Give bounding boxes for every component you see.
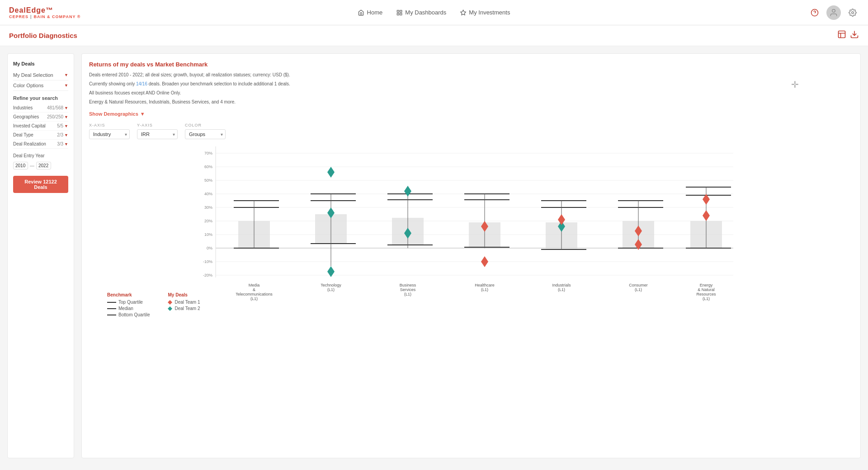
nav-dashboards[interactable]: My Dashboards (396, 9, 446, 16)
refine-title: Refine your search (13, 95, 68, 101)
filter-industries-label: Industries (13, 105, 33, 110)
deal-team-2-icon (168, 306, 172, 311)
logo-brand: CEPRES (9, 14, 28, 19)
svg-text:20%: 20% (204, 219, 212, 223)
my-deals-title: My Deals (13, 61, 68, 66)
y-axis-select[interactable]: IRR MOIC DPI (137, 129, 178, 139)
filter-industries[interactable]: Industries 481/568 ▼ (13, 103, 68, 113)
filter-deal-realization-label: Deal Realization (13, 141, 46, 146)
filter-invested-capital[interactable]: Invested Capital 5/5 ▼ (13, 122, 68, 131)
svg-marker-100 (168, 306, 172, 311)
dashboards-icon (396, 9, 402, 16)
svg-text:(L1): (L1) (481, 287, 488, 292)
logo-company: BAIN & COMPANY ® (34, 14, 81, 19)
svg-text:(L1): (L1) (404, 292, 411, 296)
svg-rect-1 (400, 10, 401, 12)
settings-button[interactable] (846, 6, 859, 19)
svg-text:Energy: Energy (700, 283, 713, 287)
download-icon (850, 30, 859, 39)
svg-rect-9 (839, 31, 845, 38)
logo-main: DealEdge™ (9, 6, 80, 14)
geographies-filter-icon: ▼ (64, 115, 68, 119)
deal-selection-row[interactable]: My Deal Selection ▼ (13, 70, 68, 80)
filter-deal-realization-value: 3/3 ▼ (57, 141, 68, 146)
deal-selection-label: My Deal Selection (13, 72, 53, 78)
legend-deal-team-2: Deal Team 2 (168, 306, 200, 311)
x-axis-select[interactable]: Industry Geography Deal Type (89, 129, 130, 139)
x-axis-select-wrapper: Industry Geography Deal Type (89, 129, 130, 139)
svg-point-8 (852, 11, 854, 14)
x-axis-label: X-AXIS (89, 123, 130, 127)
help-button[interactable] (808, 6, 821, 19)
year-separator: — (30, 163, 34, 168)
nav-home[interactable]: Home (358, 9, 383, 16)
show-demographics-button[interactable]: Show Demographics ▼ (89, 111, 145, 117)
legend-top-quartile: Top Quartile (107, 300, 150, 305)
home-icon (358, 9, 364, 16)
color-options-row[interactable]: Color Options ▼ (13, 80, 68, 91)
svg-text:(L1): (L1) (558, 287, 565, 292)
filter-industries-value: 481/568 ▼ (47, 105, 68, 110)
svg-text:60%: 60% (204, 164, 212, 169)
chart-info-4: Energy & Natural Resources, Industrials,… (89, 99, 853, 106)
header-nav: Home My Dashboards My Investments (358, 9, 510, 16)
svg-marker-42 (327, 167, 335, 178)
color-select-wrapper: Groups None (185, 129, 226, 139)
download-button[interactable] (850, 30, 859, 41)
color-group: Color Groups None (185, 123, 226, 139)
color-select[interactable]: Groups None (185, 129, 226, 139)
move-handle[interactable]: ✛ (791, 79, 799, 90)
star-icon (460, 9, 466, 16)
median-line (107, 308, 116, 309)
svg-text:Industrials: Industrials (552, 283, 571, 287)
axis-controls: X-AXIS Industry Geography Deal Type Y-AX… (89, 123, 853, 139)
filter-invested-capital-label: Invested Capital (13, 123, 46, 128)
svg-marker-99 (168, 300, 172, 305)
color-options-chevron: ▼ (64, 83, 68, 88)
page-title: Portfolio Diagnostics (9, 32, 77, 39)
entry-year-label: Deal Entry Year (13, 153, 68, 158)
year-to-select[interactable]: 202220212020 (36, 162, 51, 169)
svg-text:Telecommunications: Telecommunications (236, 292, 273, 296)
svg-text:10%: 10% (204, 232, 212, 237)
deal-team-1-icon (168, 300, 172, 305)
gear-icon (849, 9, 857, 17)
svg-text:Resources: Resources (696, 292, 716, 296)
legend-bottom-quartile: Bottom Quartile (107, 312, 150, 317)
export-icon (837, 30, 846, 39)
deal-selection-chevron: ▼ (64, 73, 68, 77)
color-options-label: Color Options (13, 83, 43, 88)
header-actions (808, 5, 859, 20)
svg-text:(L1): (L1) (635, 287, 642, 292)
demographics-chevron-icon: ▼ (140, 111, 145, 117)
help-icon (811, 9, 819, 17)
legend-median: Median (107, 306, 150, 311)
nav-investments[interactable]: My Investments (460, 9, 510, 16)
svg-text:50%: 50% (204, 178, 212, 183)
review-button[interactable]: Review 12122 Deals (13, 176, 68, 193)
sidebar: My Deals My Deal Selection ▼ Color Optio… (7, 53, 74, 458)
my-deals-legend-title: My Deals (168, 292, 200, 297)
export-button[interactable] (837, 30, 846, 41)
chart-info-1: Deals entered 2010 - 2022; all deal size… (89, 71, 853, 79)
chart-info-2: Currently showing only 14/16 deals. Broa… (89, 80, 853, 88)
deal-count-highlight: 14/16 (136, 81, 147, 86)
svg-text:40%: 40% (204, 192, 212, 196)
svg-text:Business: Business (400, 283, 416, 287)
svg-marker-58 (481, 256, 488, 267)
svg-text:30%: 30% (204, 205, 212, 210)
chart-title: Returns of my deals vs Market Benchmark (89, 61, 853, 68)
svg-text:&: & (253, 287, 255, 292)
filter-geographies[interactable]: Geographies 250/250 ▼ (13, 113, 68, 122)
avatar[interactable] (826, 5, 841, 20)
year-from-select[interactable]: 201020112012 (13, 162, 28, 169)
filter-deal-realization[interactable]: Deal Realization 3/3 ▼ (13, 140, 68, 149)
page-title-bar: Portfolio Diagnostics (0, 25, 868, 46)
benchmark-legend-title: Benchmark (107, 292, 150, 297)
industries-filter-icon: ▼ (64, 106, 68, 110)
filter-deal-type[interactable]: Deal Type 2/3 ▼ (13, 131, 68, 140)
bottom-quartile-line (107, 315, 116, 315)
svg-text:Technology: Technology (321, 283, 341, 287)
svg-rect-2 (397, 13, 399, 15)
chart-legend: Benchmark Top Quartile Median Bottom Qua… (89, 292, 853, 317)
